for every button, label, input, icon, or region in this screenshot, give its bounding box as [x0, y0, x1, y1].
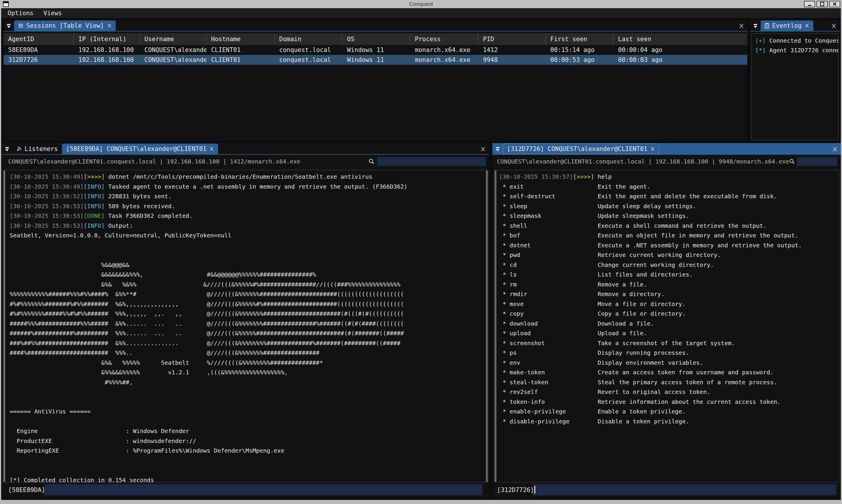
console-line: * disable-privilege Disable a token priv…: [499, 417, 802, 427]
sessions-panel-close-icon[interactable]: [736, 21, 747, 31]
table-cell: 00:00:53 ago: [546, 55, 613, 65]
column-header[interactable]: Username: [140, 33, 206, 45]
column-header[interactable]: AgentID: [3, 33, 74, 45]
search-icon: [368, 158, 375, 165]
column-header[interactable]: OS: [342, 33, 410, 45]
tab-listeners[interactable]: Listeners: [12, 144, 62, 154]
menu-options[interactable]: Options: [7, 10, 34, 17]
table-cell: 9948: [478, 55, 546, 65]
column-header[interactable]: Hostname: [206, 33, 275, 45]
tab-sessions[interactable]: Sessions [Table View]: [14, 20, 116, 31]
window-title: Conquest: [0, 1, 842, 7]
column-header[interactable]: Last seen: [613, 33, 747, 45]
tab-session-312D7726[interactable]: [312D7726] CONQUEST\alexander@CLIENT01: [503, 144, 659, 154]
table-cell: CLIENT01: [206, 45, 275, 55]
panel-dropdown-icon[interactable]: [2, 144, 12, 154]
console-line: [10, 417, 408, 427]
tab-session-58EE89DA[interactable]: [58EE89DA] CONQUEST\alexander@CLIENT01: [62, 144, 218, 154]
panel-dropdown-icon[interactable]: [750, 21, 761, 31]
console-output: [30-10-2025 15:30:49][>>>>] dotnet /mnt/…: [3, 170, 488, 482]
console-line: Engine : Windows Defender: [10, 426, 408, 436]
table-cell: monarch.x64.exe: [410, 45, 478, 55]
tab-eventlog-label: Eventlog: [772, 22, 802, 29]
window-menu-icon[interactable]: [3, 1, 9, 7]
right-console-close-icon[interactable]: [829, 144, 841, 154]
maximize-button[interactable]: [817, 1, 828, 7]
minimize-button[interactable]: [804, 1, 815, 7]
column-header[interactable]: Process: [410, 33, 478, 45]
search-input[interactable]: [377, 157, 486, 166]
table-row[interactable]: 312D7726192.168.168.100CONQUEST\alexande…: [3, 55, 747, 65]
prompt-label: [312D7726]: [497, 486, 534, 493]
console-line: &%& %&%% &////(((&%%%%%#%###############…: [10, 280, 408, 290]
scrollbar-left[interactable]: [495, 170, 496, 482]
search-input[interactable]: [797, 157, 837, 166]
listeners-icon: [16, 146, 22, 151]
left-console-close-icon[interactable]: [477, 144, 489, 154]
panel-dropdown-icon[interactable]: [492, 144, 503, 154]
tab-sessions-label: Sessions [Table View]: [26, 22, 104, 29]
column-header[interactable]: First seen: [546, 33, 613, 45]
tab-session-label: [312D7726] CONQUEST\alexander@CLIENT01: [507, 145, 647, 152]
console-line: [*] Completed collection in 0.154 second…: [10, 475, 408, 483]
tab-close-icon[interactable]: [650, 147, 655, 151]
console-line: * cd Change current working directory.: [499, 260, 802, 270]
panel-dropdown-icon[interactable]: [3, 21, 14, 31]
list-icon: [18, 23, 23, 28]
table-cell: 00:15:14 ago: [546, 45, 613, 55]
scrollbar-right[interactable]: [486, 170, 488, 482]
console-line: * self-destruct Exit the agent and delet…: [499, 192, 802, 201]
table-cell: 58EE89DA: [3, 45, 74, 55]
command-input[interactable]: [533, 484, 836, 495]
console-line: * ps Display running processes.: [499, 348, 802, 358]
console-line: [30-10-2025 15:30:52][INFO] 228831 bytes…: [10, 192, 408, 201]
console-line: &&&&&&&&%%%, #&&@@@@@@%%%%%%############…: [10, 270, 408, 280]
console-line: [30-10-2025 15:30:49][INFO] Tasked agent…: [10, 182, 408, 192]
menubar: Options Views: [1, 8, 841, 18]
clipboard-icon: [765, 23, 769, 28]
command-input[interactable]: [45, 484, 482, 495]
table-cell: Windows 11: [342, 55, 410, 65]
eventlog-body: [+] Connected to Conquest team server.[*…: [751, 33, 839, 140]
console-line: Seatbelt, Version=1.0.0.0, Culture=neutr…: [10, 231, 408, 240]
tab-listeners-label: Listeners: [24, 145, 58, 152]
console-line: &%%&&&%%%%% v1.2.1 ,(((&%%%%%%%%%%%%%%%%…: [10, 367, 408, 378]
console-line: #%#%%%%%%%#####%%#%#%%###### %%%,,,,,, ,…: [10, 309, 408, 319]
table-row[interactable]: 58EE89DA192.168.168.100CONQUEST\alexande…: [3, 45, 747, 55]
eventlog-entry: [+] Connected to Conquest team server.: [755, 36, 835, 46]
column-header[interactable]: PID: [478, 33, 546, 45]
tab-close-icon[interactable]: [805, 23, 809, 28]
console-line: * sleep Update sleep delay settings.: [499, 201, 802, 211]
menu-views[interactable]: Views: [44, 10, 62, 17]
tab-session-label: [58EE89DA] CONQUEST\alexander@CLIENT01: [66, 145, 206, 152]
console-line: * enable-privilege Enable a token privil…: [499, 407, 802, 417]
workspace: Sessions [Table View] AgentIDIP (Interna…: [1, 18, 841, 500]
window-titlebar: Conquest: [0, 0, 842, 8]
column-header[interactable]: Domain: [275, 33, 342, 45]
table-cell: CONQUEST\alexander: [140, 55, 206, 65]
close-button[interactable]: [829, 1, 840, 7]
tab-eventlog[interactable]: Eventlog: [761, 20, 813, 31]
console-line: * token-info Retrieve information about …: [499, 397, 802, 407]
console-line: * screenshot Take a screenshot of the ta…: [499, 338, 802, 348]
console-line: #%%%%##,: [10, 378, 408, 388]
eventlog-panel-close-icon[interactable]: [828, 21, 840, 31]
table-cell: CONQUEST\alexander: [140, 45, 206, 55]
console-line: * dotnet Execute a .NET assembly in memo…: [499, 240, 802, 251]
tab-close-icon[interactable]: [107, 23, 112, 28]
window-frame-right: [841, 8, 842, 500]
tab-close-icon[interactable]: [209, 147, 214, 151]
console-line: ###%##%%#################### &%%........…: [10, 338, 408, 348]
table-cell: 312D7726: [3, 55, 74, 65]
console-line: ######%###########%######### %%%...... .…: [10, 328, 408, 338]
table-cell: 00:00:03 ago: [613, 55, 747, 65]
search-icon: [789, 158, 795, 165]
console-line: &%& %%%%% Seatbelt %////((((&%%%%%%%%###…: [10, 358, 408, 368]
window-frame-bottom: [0, 500, 842, 504]
scrollbar-left[interactable]: [3, 170, 5, 482]
text-cursor: [534, 486, 535, 493]
left-console-panel: Listeners [58EE89DA] CONQUEST\alexander@…: [2, 143, 489, 499]
console-line: * copy Copy a file or directory.: [499, 309, 802, 319]
column-header[interactable]: IP (Internal): [74, 33, 140, 45]
console-line: %&&@@@&&: [10, 260, 408, 270]
